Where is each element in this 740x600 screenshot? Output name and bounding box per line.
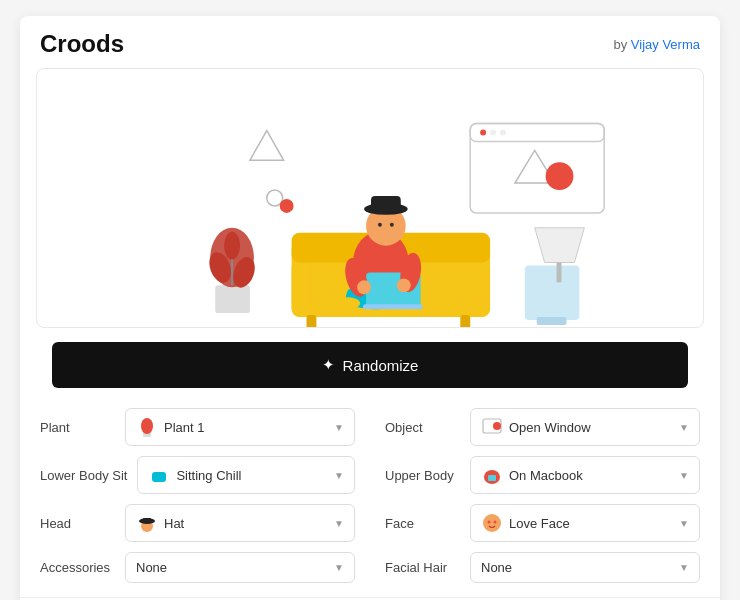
- svg-point-52: [483, 514, 501, 532]
- author-link[interactable]: Vijay Verma: [631, 37, 700, 52]
- randomize-icon: ✦: [322, 356, 335, 374]
- object-control: Object Open Window ▼: [385, 408, 700, 446]
- accessories-control: Accessories None ▼: [40, 552, 355, 583]
- face-select[interactable]: Love Face ▼: [470, 504, 700, 542]
- face-chevron-icon: ▼: [679, 518, 689, 529]
- upper-body-control: Upper Body On Macbook ▼: [385, 456, 700, 494]
- head-chevron-icon: ▼: [334, 518, 344, 529]
- face-value: Love Face: [509, 516, 570, 531]
- lower-body-control: Lower Body Sit Sitting Chill ▼: [40, 456, 355, 494]
- face-control: Face Love Face ▼: [385, 504, 700, 542]
- svg-point-28: [336, 297, 360, 309]
- svg-point-34: [378, 223, 382, 227]
- svg-point-43: [141, 418, 153, 434]
- object-select[interactable]: Open Window ▼: [470, 408, 700, 446]
- facial-hair-label: Facial Hair: [385, 560, 460, 575]
- svg-marker-0: [250, 131, 284, 161]
- svg-rect-33: [371, 196, 401, 212]
- svg-rect-15: [460, 315, 470, 327]
- head-label: Head: [40, 516, 115, 531]
- svg-rect-23: [537, 317, 567, 325]
- svg-rect-48: [488, 475, 496, 481]
- object-chevron-icon: ▼: [679, 422, 689, 433]
- plant-label: Plant: [40, 420, 115, 435]
- svg-point-5: [480, 130, 486, 136]
- accessories-select[interactable]: None ▼: [125, 552, 355, 583]
- lower-body-icon: [148, 464, 170, 486]
- app-title: Croods: [40, 30, 124, 58]
- randomize-label: Randomize: [343, 357, 419, 374]
- upper-body-select[interactable]: On Macbook ▼: [470, 456, 700, 494]
- header: Croods by Vijay Verma: [20, 16, 720, 68]
- facial-hair-control: Facial Hair None ▼: [385, 552, 700, 583]
- plant-control: Plant Plant 1 ▼: [40, 408, 355, 446]
- upper-body-icon: [481, 464, 503, 486]
- svg-rect-14: [306, 315, 316, 327]
- main-container: Croods by Vijay Verma: [20, 16, 720, 600]
- author-credit: by Vijay Verma: [614, 37, 700, 52]
- svg-point-2: [280, 199, 294, 213]
- facial-hair-select[interactable]: None ▼: [470, 552, 700, 583]
- svg-rect-22: [525, 265, 580, 320]
- face-label: Face: [385, 516, 460, 531]
- plant-value: Plant 1: [164, 420, 204, 435]
- lower-body-value: Sitting Chill: [176, 468, 241, 483]
- head-value: Hat: [164, 516, 184, 531]
- plant-icon: [136, 416, 158, 438]
- svg-rect-46: [152, 472, 166, 482]
- accessories-value: None: [136, 560, 167, 575]
- svg-point-40: [357, 280, 371, 294]
- facial-hair-value: None: [481, 560, 512, 575]
- svg-point-54: [494, 521, 497, 524]
- controls-grid: Plant Plant 1 ▼ Object Open Wind: [20, 402, 720, 597]
- svg-rect-25: [557, 263, 562, 283]
- upper-body-label: Upper Body: [385, 468, 460, 483]
- accessories-chevron-icon: ▼: [334, 562, 344, 573]
- svg-rect-37: [363, 304, 423, 309]
- head-select[interactable]: Hat ▼: [125, 504, 355, 542]
- lower-body-select[interactable]: Sitting Chill ▼: [137, 456, 355, 494]
- object-icon: [481, 416, 503, 438]
- svg-point-9: [546, 162, 574, 190]
- accessories-label: Accessories: [40, 560, 115, 575]
- svg-rect-3: [470, 124, 604, 213]
- lower-body-chevron-icon: ▼: [334, 470, 344, 481]
- face-icon: [481, 512, 503, 534]
- upper-body-chevron-icon: ▼: [679, 470, 689, 481]
- upper-body-value: On Macbook: [509, 468, 583, 483]
- illustration-area: [36, 68, 704, 328]
- svg-point-41: [397, 278, 411, 292]
- plant-select[interactable]: Plant 1 ▼: [125, 408, 355, 446]
- lower-body-label: Lower Body Sit: [40, 468, 127, 483]
- facial-hair-chevron-icon: ▼: [679, 562, 689, 573]
- svg-marker-24: [535, 228, 585, 263]
- svg-point-6: [490, 130, 496, 136]
- object-value: Open Window: [509, 420, 591, 435]
- randomize-button[interactable]: ✦ Randomize: [52, 342, 688, 388]
- svg-point-7: [500, 130, 506, 136]
- svg-point-45: [493, 422, 501, 430]
- svg-rect-51: [143, 518, 151, 523]
- plant-chevron-icon: ▼: [334, 422, 344, 433]
- svg-point-35: [390, 223, 394, 227]
- head-control: Head Hat ▼: [40, 504, 355, 542]
- object-label: Object: [385, 420, 460, 435]
- head-icon: [136, 512, 158, 534]
- svg-rect-16: [215, 285, 250, 313]
- svg-point-53: [488, 521, 491, 524]
- svg-point-21: [224, 232, 240, 260]
